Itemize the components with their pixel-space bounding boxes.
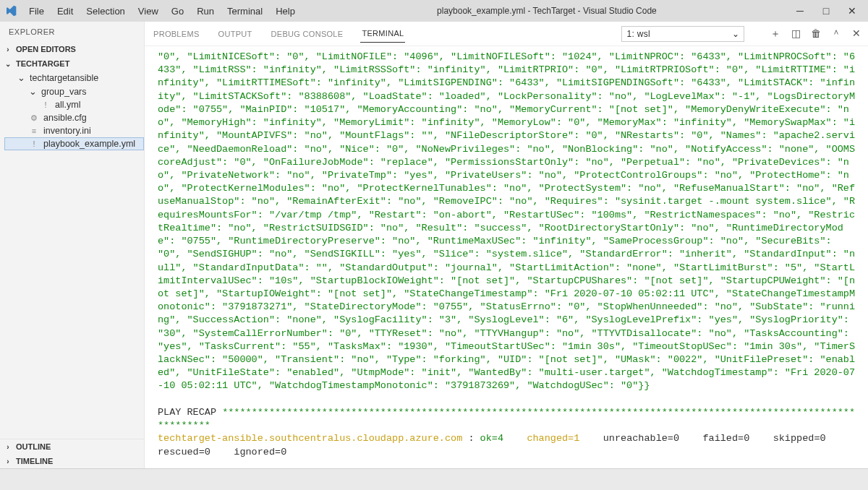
chevron-down-icon: ⌄ xyxy=(29,86,37,97)
tab-terminal[interactable]: TERMINAL xyxy=(360,25,405,43)
tab-problems[interactable]: PROBLEMS xyxy=(152,25,201,43)
chevron-right-icon: › xyxy=(3,443,13,451)
recap-changed: changed=1 xyxy=(527,433,579,444)
vscode-icon xyxy=(4,4,17,17)
outline-section[interactable]: › OUTLINE xyxy=(0,439,144,454)
outline-label: OUTLINE xyxy=(16,442,51,451)
terminal-selector[interactable]: 1: wsl ⌄ xyxy=(621,26,744,42)
play-recap-stars: ****************************************… xyxy=(158,407,855,431)
open-editors-label: OPEN EDITORS xyxy=(16,45,76,53)
menu-run[interactable]: Run xyxy=(191,3,220,20)
menu-edit[interactable]: Edit xyxy=(51,3,79,20)
play-recap-label: PLAY RECAP xyxy=(158,407,222,418)
chevron-down-icon: ⌄ xyxy=(3,60,13,68)
tree-label: inventory.ini xyxy=(43,126,91,136)
chevron-right-icon: › xyxy=(3,46,13,53)
window-controls: ─ □ ✕ xyxy=(793,5,864,17)
recap-ok: ok=4 xyxy=(480,433,503,444)
menu-selection[interactable]: Selection xyxy=(80,3,130,20)
tree-folder[interactable]: ⌄ techtargetansible xyxy=(4,71,144,85)
terminal-panel[interactable]: "0", "LimitNICESoft": "0", "LimitNOFILE"… xyxy=(145,46,868,468)
terminal-actions: ＋ ◫ 🗑 ＾ ✕ xyxy=(760,27,861,40)
workspace-section[interactable]: ⌄ TECHTARGET xyxy=(0,56,144,71)
new-terminal-button[interactable]: ＋ xyxy=(770,27,780,40)
tree-label: group_vars xyxy=(41,87,87,97)
status-bar xyxy=(0,468,868,490)
open-editors-section[interactable]: › OPEN EDITORS xyxy=(0,42,144,56)
explorer-title: EXPLORER xyxy=(0,22,144,42)
panel-tab-bar: PROBLEMS OUTPUT DEBUG CONSOLE TERMINAL 1… xyxy=(145,22,868,46)
maximize-panel-button[interactable]: ＾ xyxy=(831,27,841,40)
tree-file-active[interactable]: ! playbook_example.yml xyxy=(4,137,144,150)
kill-terminal-button[interactable]: 🗑 xyxy=(811,27,821,40)
workspace-label: TECHTARGET xyxy=(16,59,69,68)
tree-file[interactable]: ! all.yml xyxy=(4,98,144,111)
terminal-selector-label: 1: wsl xyxy=(626,29,650,39)
yaml-file-icon: ! xyxy=(41,100,51,110)
menu-go[interactable]: Go xyxy=(166,3,190,20)
tab-debug-console[interactable]: DEBUG CONSOLE xyxy=(270,25,345,43)
window-title: playbook_example.yml - TechTarget - Visu… xyxy=(301,6,793,16)
close-button[interactable]: ✕ xyxy=(845,5,859,17)
menu-help[interactable]: Help xyxy=(270,3,301,20)
timeline-section[interactable]: › TIMELINE xyxy=(0,454,144,468)
ini-file-icon: ≡ xyxy=(29,126,39,136)
minimize-button[interactable]: ─ xyxy=(793,5,807,17)
recap-host: techtarget-ansible.southcentralus.clouda… xyxy=(158,433,462,444)
chevron-down-icon: ⌄ xyxy=(17,72,25,83)
recap-line2: rescued=0 ignored=0 xyxy=(158,447,286,457)
explorer-sidebar: EXPLORER › OPEN EDITORS ⌄ TECHTARGET ⌄ t… xyxy=(0,22,145,468)
content-area: PROBLEMS OUTPUT DEBUG CONSOLE TERMINAL 1… xyxy=(145,22,868,468)
tab-output[interactable]: OUTPUT xyxy=(217,25,254,43)
menu-file[interactable]: File xyxy=(23,3,50,20)
chevron-down-icon: ⌄ xyxy=(732,29,739,39)
tree-label: ansible.cfg xyxy=(43,113,87,123)
menu-view[interactable]: View xyxy=(132,3,164,20)
tree-file[interactable]: ≡ inventory.ini xyxy=(4,124,144,137)
timeline-label: TIMELINE xyxy=(16,457,53,465)
menu-bar: File Edit Selection View Go Run Terminal… xyxy=(23,3,301,20)
recap-sep: : xyxy=(462,433,480,444)
main-area: EXPLORER › OPEN EDITORS ⌄ TECHTARGET ⌄ t… xyxy=(0,22,868,468)
close-panel-button[interactable]: ✕ xyxy=(852,27,861,40)
title-bar: File Edit Selection View Go Run Terminal… xyxy=(0,0,868,22)
config-file-icon: ⚙ xyxy=(29,113,39,123)
tree-folder[interactable]: ⌄ group_vars xyxy=(4,85,144,98)
maximize-button[interactable]: □ xyxy=(819,5,833,17)
yaml-file-icon: ! xyxy=(29,139,39,149)
tree-label: techtargetansible xyxy=(30,73,98,83)
tree-label: playbook_example.yml xyxy=(43,139,135,149)
file-tree: ⌄ techtargetansible ⌄ group_vars ! all.y… xyxy=(0,71,144,150)
recap-rest: unreachable=0 failed=0 skipped=0 xyxy=(579,433,849,444)
chevron-right-icon: › xyxy=(3,457,13,465)
split-terminal-button[interactable]: ◫ xyxy=(791,27,801,40)
terminal-json-output: "0", "LimitNICESoft": "0", "LimitNOFILE"… xyxy=(158,51,855,391)
tree-file[interactable]: ⚙ ansible.cfg xyxy=(4,111,144,124)
menu-terminal[interactable]: Terminal xyxy=(221,3,268,20)
tree-label: all.yml xyxy=(55,100,80,110)
